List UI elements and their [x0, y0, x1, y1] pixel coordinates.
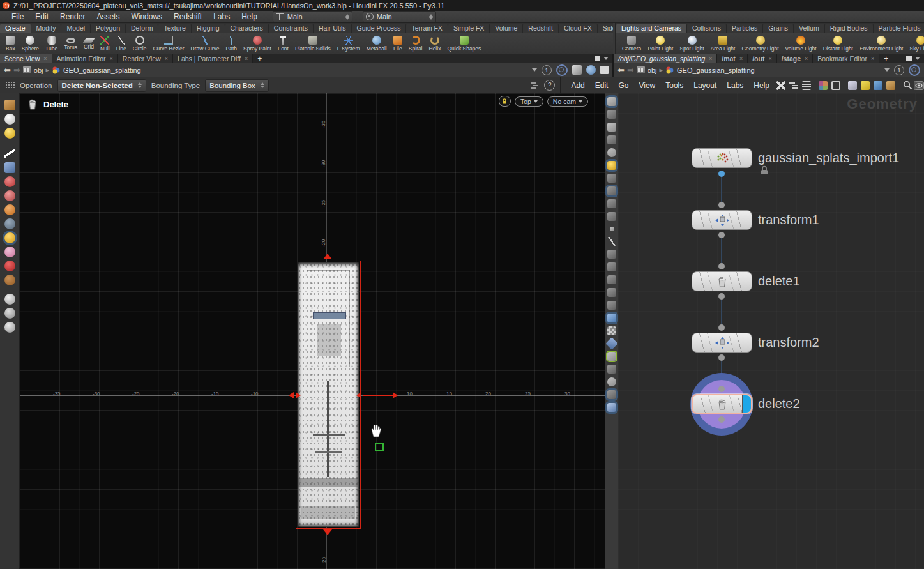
forward-arrow-icon[interactable]: ➡: [627, 66, 634, 74]
shelf-tab-constraints[interactable]: Constraints: [269, 24, 314, 33]
profile-curve-icon[interactable]: [607, 301, 616, 310]
point-number-icon[interactable]: [607, 262, 616, 271]
sphere-tool-icon[interactable]: [4, 114, 15, 125]
shelf-tab-polygon[interactable]: Polygon: [91, 24, 126, 33]
viewport-count-badge[interactable]: 1: [894, 65, 904, 75]
radial-spinner[interactable]: [429, 14, 433, 20]
net-menu-view[interactable]: View: [634, 81, 660, 90]
group-box-icon[interactable]: [607, 352, 616, 361]
output-connector[interactable]: [718, 293, 725, 300]
checker-transparency-icon[interactable]: [607, 326, 616, 335]
shelf-tab-create[interactable]: Create: [0, 24, 31, 33]
tool-draw-curve[interactable]: Draw Curve: [188, 36, 223, 52]
tool-tube[interactable]: Tube: [42, 36, 61, 52]
bounding-type-dropdown[interactable]: Bounding Box: [205, 79, 269, 92]
shelf-tab-grains[interactable]: Grains: [763, 24, 794, 33]
shelf-tab-cloud-fx[interactable]: Cloud FX: [559, 24, 598, 33]
tool-file[interactable]: File: [390, 36, 405, 52]
path-root-chip[interactable]: obj: [23, 66, 43, 74]
location-pin-icon[interactable]: [607, 403, 616, 412]
pose-tool-icon[interactable]: [4, 218, 15, 229]
desktop-selector[interactable]: Main: [273, 11, 352, 22]
tab-out[interactable]: /out×: [748, 54, 777, 63]
tool-camera[interactable]: Camera: [619, 36, 644, 52]
tool-font[interactable]: Font: [275, 36, 292, 52]
translate-tool-icon[interactable]: [4, 176, 15, 187]
close-icon[interactable]: ×: [871, 56, 874, 62]
shade-sphere-icon[interactable]: [607, 148, 616, 157]
close-icon[interactable]: ×: [709, 56, 712, 62]
output-connector[interactable]: [718, 416, 725, 423]
shelf-tab-model[interactable]: Model: [61, 24, 91, 33]
link-target-icon[interactable]: [909, 64, 920, 76]
axis-display-icon[interactable]: [607, 365, 616, 374]
highlight-display-icon[interactable]: [607, 97, 616, 106]
input-connector[interactable]: [718, 202, 725, 208]
shelf-tab-rigging[interactable]: Rigging: [192, 24, 225, 33]
scale-handle-bottom[interactable]: [323, 529, 332, 535]
menu-render[interactable]: Render: [55, 12, 90, 21]
display-flag[interactable]: [742, 395, 751, 413]
camera-menu-button[interactable]: No cam: [547, 96, 588, 107]
magnet-tool-icon[interactable]: [4, 261, 15, 271]
shelf-tab-particle-fluids[interactable]: Particle Fluids: [874, 24, 924, 33]
net-menu-layout[interactable]: Layout: [689, 81, 721, 90]
pin-point-icon[interactable]: [607, 174, 616, 183]
list-view-icon[interactable]: [802, 81, 811, 90]
close-icon[interactable]: ×: [739, 56, 743, 62]
pane-menu-caret-icon[interactable]: [915, 57, 920, 60]
point-display-icon[interactable]: [610, 227, 614, 231]
shelf-tab-redshift[interactable]: Redshift: [523, 24, 559, 33]
shelf-tab-rigid-bodies[interactable]: Rigid Bodies: [825, 24, 874, 33]
tools-wrench-icon[interactable]: [776, 81, 785, 90]
background-image-icon[interactable]: [874, 81, 882, 90]
select-tool-icon[interactable]: [4, 148, 15, 159]
wire-display-icon[interactable]: [607, 237, 616, 246]
material-ball-icon[interactable]: [607, 186, 616, 195]
tool-line[interactable]: Line: [113, 36, 130, 52]
tool-area-light[interactable]: Area Light: [708, 36, 739, 52]
shelf-tab-simple-fx[interactable]: Simple FX: [448, 24, 490, 33]
node-transform1[interactable]: [692, 210, 752, 230]
output-connector[interactable]: [718, 354, 725, 361]
sculpt-tool-icon[interactable]: [4, 275, 15, 285]
scale-handle-left-in[interactable]: [296, 392, 301, 398]
tree-view-icon[interactable]: [789, 81, 798, 90]
net-menu-add[interactable]: Add: [566, 81, 589, 90]
pane-menu-caret-icon[interactable]: [603, 57, 609, 60]
shelf-tab-volume[interactable]: Volume: [490, 24, 523, 33]
back-arrow-icon[interactable]: ⬅: [4, 66, 11, 74]
sticky-note-icon[interactable]: [861, 81, 870, 90]
tab-animation-editor[interactable]: Animation Editor×: [52, 54, 118, 63]
input-connector[interactable]: [718, 324, 725, 331]
tool-distant-light[interactable]: Distant Light: [820, 36, 856, 52]
close-icon[interactable]: ×: [805, 56, 808, 62]
operation-dropdown[interactable]: Delete Non-Selected: [57, 79, 146, 92]
color-palette-icon[interactable]: [819, 81, 828, 90]
node-label[interactable]: transform1: [758, 213, 819, 227]
tab-labs-parameter-diff[interactable]: Labs | Parameter Diff×: [173, 54, 253, 63]
node-label[interactable]: gaussian_splats_import1: [758, 151, 899, 165]
geometry-select-icon[interactable]: [572, 65, 582, 75]
node-label[interactable]: transform2: [758, 335, 819, 350]
back-arrow-icon[interactable]: ⬅: [617, 66, 625, 74]
menu-redshift[interactable]: Redshift: [169, 12, 207, 21]
scale-tool-icon[interactable]: [4, 204, 15, 215]
net-menu-help[interactable]: Help: [749, 81, 774, 90]
add-pane-tab-button[interactable]: +: [879, 54, 893, 63]
radial-menu-selector[interactable]: Main: [363, 11, 436, 22]
menu-labs[interactable]: Labs: [208, 12, 235, 21]
node-label[interactable]: delete1: [758, 274, 800, 289]
help-icon[interactable]: ?: [544, 80, 555, 91]
shelf-tab-guide-process[interactable]: Guide Process: [352, 24, 407, 33]
shelf-tab-particles[interactable]: Particles: [727, 24, 763, 33]
brush-display-icon[interactable]: [607, 250, 616, 259]
menu-assets[interactable]: Assets: [91, 12, 125, 21]
asset-box-icon[interactable]: [886, 81, 895, 90]
tool-geometry-light[interactable]: Geometry Light: [738, 36, 782, 52]
forward-arrow-icon[interactable]: ➡: [13, 66, 20, 74]
parm-sort-icon[interactable]: [531, 82, 539, 89]
input-connector[interactable]: [718, 386, 725, 392]
path-dropdown-caret-icon[interactable]: [532, 68, 537, 72]
prim-normal-icon[interactable]: [607, 275, 616, 284]
